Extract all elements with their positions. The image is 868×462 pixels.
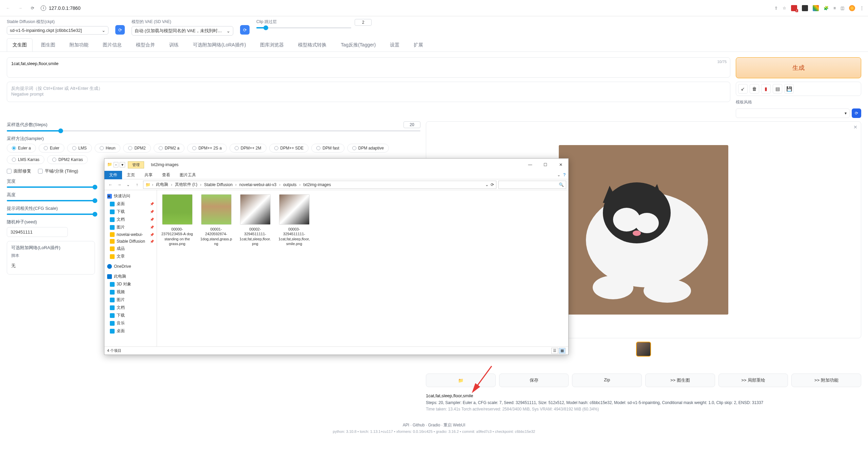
ribbon-view[interactable]: 查看 (157, 171, 175, 179)
nav-back[interactable]: ← (106, 181, 115, 189)
close-button[interactable]: ✕ (553, 160, 568, 170)
nav-up[interactable]: ↑ (133, 181, 141, 189)
height-slider[interactable] (7, 200, 95, 201)
sidebar-onedrive[interactable]: OneDrive (104, 263, 157, 270)
style-apply-button[interactable]: ⟳ (852, 108, 861, 118)
profile-avatar[interactable] (849, 5, 855, 11)
ribbon-file[interactable]: 文件 (104, 171, 122, 179)
tab-settings[interactable]: 设置 (384, 38, 405, 52)
vae-refresh-button[interactable]: ⟳ (240, 25, 250, 35)
tab-merge[interactable]: 模型合并 (130, 38, 161, 52)
nav-recent[interactable]: ⌄ (124, 181, 132, 189)
minimize-button[interactable]: — (522, 160, 538, 170)
zip-button[interactable]: Zip (572, 374, 642, 387)
send-extras-button[interactable]: >> 附加功能 (791, 374, 861, 387)
sampler-dpmfast[interactable]: DPM fast (311, 144, 344, 153)
steps-value[interactable]: 20 (403, 121, 420, 128)
ribbon-home[interactable]: 主页 (122, 171, 140, 179)
sampler-dpmpp2sa[interactable]: DPM++ 2S a (187, 144, 227, 153)
sidebar-pictures2[interactable]: 图片 (104, 296, 157, 304)
tab-extensions[interactable]: 扩展 (408, 38, 429, 52)
sidebar-sd[interactable]: Stable Diffusion📌 (104, 238, 157, 245)
sampler-dpmpp2m[interactable]: DPM++ 2M (230, 144, 267, 153)
maximize-button[interactable]: ☐ (538, 160, 553, 170)
sidebar-desktop[interactable]: 桌面📌 (104, 200, 157, 208)
cfg-slider[interactable] (7, 214, 95, 215)
explorer-file-grid[interactable]: 00000-2379123459-A dog standing on the g… (157, 190, 568, 346)
save-style-icon[interactable]: 💾 (784, 84, 794, 94)
sidebar-downloads[interactable]: 下载📌 (104, 208, 157, 216)
bookmark-icon[interactable]: ☆ (783, 6, 786, 11)
close-icon[interactable]: ✕ (853, 124, 857, 130)
file-item[interactable]: 00000-2379123459-A dog standing on the g… (161, 194, 193, 246)
window-icon[interactable]: ◫ (841, 6, 844, 11)
sampler-euler[interactable]: Euler (39, 144, 64, 153)
sampler-dpmppsde[interactable]: DPM++ SDE (269, 144, 309, 153)
tab-pnginfo[interactable]: 图片信息 (97, 38, 127, 52)
tab-txt2img[interactable]: 文生图 (7, 38, 33, 52)
copy-icon[interactable]: ▤ (773, 84, 782, 94)
negative-prompt-input[interactable]: 反向提示词（按 Ctrl+Enter 或 Alt+Enter 生成） Negat… (7, 82, 730, 102)
model-refresh-button[interactable]: ⟳ (115, 25, 125, 35)
sampler-dpm2a[interactable]: DPM2 a (154, 144, 184, 153)
sidebar-pictures[interactable]: 图片📌 (104, 223, 157, 231)
clip-slider[interactable] (256, 27, 351, 28)
extensions-icon[interactable]: 🧩 (824, 6, 829, 11)
reload-button[interactable]: ⟳ (28, 4, 37, 12)
style-select[interactable]: ▾ (736, 108, 850, 118)
view-thumbnails-button[interactable]: ▦ (559, 348, 566, 354)
sampler-dpmadaptive[interactable]: DPM adaptive (347, 144, 389, 153)
share-icon[interactable]: ⇪ (774, 6, 778, 11)
extension-icon-2[interactable] (802, 5, 808, 11)
sidebar-videos[interactable]: 视频 (104, 288, 157, 296)
back-button[interactable]: ← (4, 4, 12, 12)
trash-icon[interactable]: 🗑 (750, 84, 759, 94)
help-icon[interactable]: ? (563, 173, 566, 177)
nav-forward[interactable]: → (115, 181, 123, 189)
tab-convert[interactable]: 模型格式转换 (292, 38, 332, 52)
manage-tab[interactable]: 管理 (128, 161, 144, 168)
address-bar[interactable]: i 127.0.0.1:7860 (41, 5, 770, 11)
script-value[interactable]: 无 (11, 261, 91, 271)
open-folder-button[interactable]: 📁 (426, 374, 496, 387)
width-slider[interactable] (7, 186, 95, 188)
save-button[interactable]: 保存 (499, 374, 569, 387)
tiling-checkbox[interactable]: 平铺/分块 (Tiling) (38, 168, 78, 174)
sampler-euler-a[interactable]: Euler a (7, 144, 36, 153)
menu-icon[interactable]: ⋮ (860, 6, 864, 11)
sampler-dpm2karras[interactable]: DPM2 Karras (47, 155, 88, 164)
send-inpaint-button[interactable]: >> 局部重绘 (718, 374, 788, 387)
breadcrumb-bar[interactable]: 📁 › 此电脑› 其他软件 (I:)› Stable Diffusion› no… (143, 181, 496, 189)
tab-lora[interactable]: 可选附加网络(LoRA插件) (187, 38, 252, 52)
thumbnail[interactable] (636, 342, 651, 357)
explorer-titlebar[interactable]: 📁 ▫ ▾ 管理 txt2img-images — ☐ ✕ (104, 159, 568, 171)
tab-extras[interactable]: 附加功能 (64, 38, 94, 52)
reading-list-icon[interactable]: ≡ (833, 6, 836, 11)
explorer-search[interactable]: 🔍 (498, 181, 566, 189)
ribbon-share[interactable]: 共享 (140, 171, 157, 179)
sidebar-documents2[interactable]: 文档 (104, 304, 157, 312)
sampler-lmskarras[interactable]: LMS Karras (7, 155, 44, 164)
sidebar-quick-access[interactable]: ★快速访问 (104, 192, 157, 200)
generate-button[interactable]: 生成 (736, 57, 861, 78)
tab-train[interactable]: 训练 (163, 38, 184, 52)
face-restore-checkbox[interactable]: 面部修复 (7, 168, 31, 174)
arrow-tool-icon[interactable]: ↙ (738, 84, 748, 94)
sidebar-output[interactable]: 成品 (104, 245, 157, 253)
qat-icon[interactable]: ▾ (120, 162, 125, 167)
styles-icon[interactable]: ▮ (761, 84, 771, 94)
file-item[interactable]: 00002-3294511111-1cat,fat,sleep,floor.pn… (239, 194, 271, 246)
tab-img2img[interactable]: 图生图 (35, 38, 61, 52)
sidebar-this-pc[interactable]: 此电脑 (104, 273, 157, 280)
sampler-heun[interactable]: Heun (95, 144, 121, 153)
sidebar-documents[interactable]: 文档📌 (104, 216, 157, 223)
sidebar-downloads2[interactable]: 下载 (104, 312, 157, 319)
output-image[interactable] (559, 145, 728, 315)
breadcrumb-refresh-icon[interactable]: ⟳ (491, 182, 494, 187)
site-info-icon[interactable]: i (41, 5, 46, 11)
vae-select[interactable]: 自动 (仅加载与模型同名的 VAE，未找到时不加载) ⌄ (132, 26, 233, 36)
qat-icon[interactable]: ▫ (114, 162, 118, 167)
file-item[interactable]: 00003-3294511111-1cat,fat,sleep,floor,sm… (278, 194, 310, 246)
model-select[interactable]: sd-v1-5-inpainting.ckpt [c6bbc15e32] ⌄ (7, 26, 108, 35)
prompt-input[interactable]: 10/75 1cat,fat,sleep,floor,smile (7, 57, 730, 78)
